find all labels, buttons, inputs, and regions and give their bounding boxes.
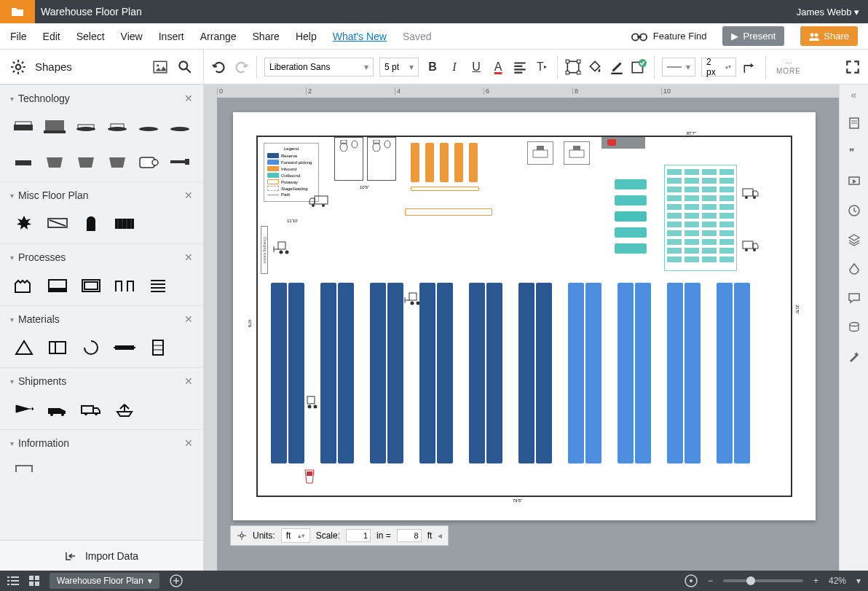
- quote-icon[interactable]: ❞: [848, 146, 861, 159]
- canvas-area[interactable]: 0246810 Legend Reserve Forward picking I…: [204, 85, 839, 571]
- add-page-icon[interactable]: [170, 574, 183, 587]
- cat-materials[interactable]: ▾Materials✕: [0, 305, 203, 332]
- text-color-icon[interactable]: A: [490, 59, 506, 75]
- shape-frame-icon[interactable]: [565, 59, 581, 75]
- tech-shape-9[interactable]: [74, 152, 97, 171]
- chevron-down-icon[interactable]: ▾: [856, 576, 861, 586]
- proc-shape-3[interactable]: [79, 276, 103, 295]
- close-icon[interactable]: ✕: [184, 437, 193, 449]
- cat-information[interactable]: ▾Information✕: [0, 429, 203, 456]
- menu-edit[interactable]: Edit: [43, 31, 60, 42]
- proc-shape-5[interactable]: [146, 276, 170, 295]
- ship-shape-1[interactable]: [12, 400, 36, 419]
- close-icon[interactable]: ✕: [184, 251, 193, 263]
- units-bar[interactable]: Units: ft▴▾ Scale: in = ft ◂: [230, 525, 449, 546]
- scale-in[interactable]: [346, 529, 371, 542]
- line-style-select[interactable]: ▾: [662, 58, 695, 77]
- mat-shape-3[interactable]: [79, 338, 103, 357]
- present-button[interactable]: ▶Present: [722, 26, 784, 46]
- undo-icon[interactable]: [211, 59, 227, 75]
- menu-select[interactable]: Select: [76, 31, 105, 42]
- font-select[interactable]: Liberation Sans▾: [264, 58, 374, 77]
- underline-icon[interactable]: U: [468, 59, 484, 75]
- menu-share[interactable]: Share: [253, 31, 280, 42]
- search-icon[interactable]: [177, 59, 193, 75]
- tech-shape-5[interactable]: [138, 117, 160, 136]
- text-style-icon[interactable]: T▸: [534, 59, 550, 75]
- list-view-icon[interactable]: [7, 576, 19, 586]
- units-select[interactable]: ft▴▾: [281, 528, 310, 543]
- gear-icon[interactable]: [237, 531, 247, 541]
- page-tab[interactable]: Warehouse Floor Plan▾: [50, 573, 159, 589]
- feature-find[interactable]: Feature Find: [631, 28, 707, 44]
- mat-shape-5[interactable]: [146, 338, 170, 357]
- proc-shape-1[interactable]: [12, 276, 36, 295]
- user-menu[interactable]: James Webb ▾: [797, 7, 868, 17]
- mat-shape-4[interactable]: [112, 338, 137, 357]
- zoom-in-icon[interactable]: +: [813, 576, 818, 586]
- menu-view[interactable]: View: [121, 31, 143, 42]
- share-button[interactable]: Share: [800, 26, 858, 46]
- font-size-select[interactable]: 5 pt▾: [379, 58, 419, 77]
- zoom-out-icon[interactable]: −: [708, 576, 713, 586]
- menu-arrange[interactable]: Arrange: [200, 31, 237, 42]
- zoom-fit-icon[interactable]: [684, 574, 698, 587]
- more-button[interactable]: ⋯MORE: [773, 59, 804, 75]
- doc-title[interactable]: Warehouse Floor Plan: [35, 6, 797, 17]
- close-icon[interactable]: ✕: [184, 189, 193, 201]
- cat-processes[interactable]: ▾Processes✕: [0, 243, 203, 270]
- collapse-rail-icon[interactable]: «: [851, 89, 857, 101]
- align-icon[interactable]: [512, 59, 528, 75]
- cat-shipments[interactable]: ▾Shipments✕: [0, 367, 203, 394]
- proc-shape-4[interactable]: [112, 276, 137, 295]
- collapse-icon[interactable]: ◂: [438, 531, 442, 541]
- tech-shape-6[interactable]: [169, 117, 192, 136]
- tech-shape-11[interactable]: [138, 152, 160, 171]
- mat-shape-2[interactable]: [45, 338, 70, 357]
- misc-shape-3[interactable]: [79, 214, 103, 233]
- magic-icon[interactable]: [848, 350, 861, 363]
- tech-shape-3[interactable]: [74, 117, 97, 136]
- comments-icon[interactable]: [848, 291, 861, 305]
- page-settings-icon[interactable]: [848, 117, 861, 130]
- image-icon[interactable]: [152, 59, 168, 75]
- bold-icon[interactable]: B: [425, 59, 441, 75]
- line-width-select[interactable]: 2 px▴▾: [701, 58, 736, 77]
- fill-icon[interactable]: [587, 59, 603, 75]
- menu-help[interactable]: Help: [296, 31, 317, 42]
- line-route-icon[interactable]: [742, 59, 758, 75]
- italic-icon[interactable]: I: [446, 59, 462, 75]
- ship-shape-4[interactable]: [112, 400, 137, 419]
- ship-shape-2[interactable]: [45, 400, 70, 419]
- proc-shape-2[interactable]: [45, 276, 70, 295]
- menu-insert[interactable]: Insert: [159, 31, 184, 42]
- tech-shape-8[interactable]: [43, 152, 66, 171]
- redo-icon[interactable]: [233, 59, 249, 75]
- theme-icon[interactable]: [848, 262, 861, 275]
- ship-shape-3[interactable]: [79, 400, 103, 419]
- line-color-icon[interactable]: [609, 59, 625, 75]
- cat-technology[interactable]: ▾Technology✕: [0, 85, 203, 111]
- tech-shape-7[interactable]: [12, 152, 34, 171]
- tech-shape-10[interactable]: [106, 152, 129, 171]
- misc-shape-1[interactable]: [12, 214, 36, 233]
- tech-shape-1[interactable]: [12, 117, 34, 136]
- folder-icon[interactable]: [0, 0, 35, 23]
- history-icon[interactable]: [848, 204, 861, 217]
- close-icon[interactable]: ✕: [184, 375, 193, 387]
- gear-icon[interactable]: [10, 59, 26, 75]
- presentation-icon[interactable]: [848, 175, 861, 188]
- tech-shape-2[interactable]: [43, 117, 66, 136]
- tech-shape-12[interactable]: [169, 152, 192, 171]
- menu-whats-new[interactable]: What's New: [333, 31, 387, 42]
- zoom-slider[interactable]: [723, 579, 803, 582]
- tech-shape-4[interactable]: [106, 117, 129, 136]
- shape-check-icon[interactable]: [631, 59, 647, 75]
- grid-view-icon[interactable]: [29, 576, 39, 586]
- scale-out[interactable]: [397, 529, 422, 542]
- misc-shape-2[interactable]: [45, 214, 70, 233]
- misc-shape-4[interactable]: [112, 214, 137, 233]
- fullscreen-icon[interactable]: [845, 59, 861, 75]
- cat-misc[interactable]: ▾Misc Floor Plan✕: [0, 181, 203, 208]
- mat-shape-1[interactable]: [12, 338, 36, 357]
